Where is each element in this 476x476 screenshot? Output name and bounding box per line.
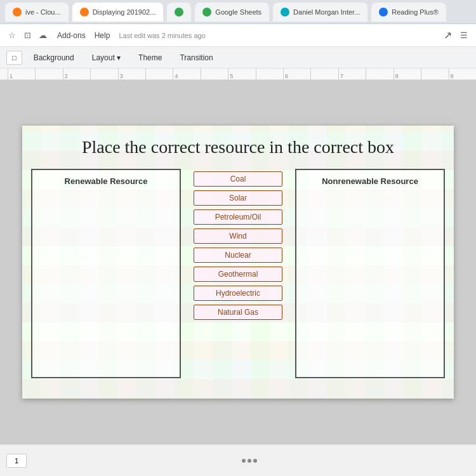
slides-toolbar: □ Background Layout ▾ Theme Transition [0, 47, 476, 69]
ruler-mark-5: 3 [118, 69, 145, 80]
slide-tab-dots [242, 459, 257, 463]
item-nuclear[interactable]: Nuclear [194, 248, 282, 263]
trending-icon: ↗ [444, 29, 452, 41]
ruler-mark-12 [310, 69, 338, 80]
slide-tab-1[interactable]: 1 [6, 454, 27, 468]
tab-label-daniel: Daniel Morgan Inter... [293, 8, 360, 16]
tab-reading-plus[interactable]: Reading Plus® [371, 3, 446, 22]
item-geothermal[interactable]: Geothermal [194, 267, 282, 282]
slide-title[interactable]: Place the correct resource in the correc… [22, 126, 454, 157]
slide-number-indicator: □ [6, 51, 22, 65]
ruler-mark-14 [366, 69, 393, 80]
tab-displaying[interactable]: Displaying 201902... [72, 3, 164, 22]
tab-label-ive: ive - Clou... [25, 8, 61, 16]
ruler-mark-4 [90, 69, 117, 80]
app-toolbar: ☆ ⊡ ☁ Add-ons Help Last edit was 2 minut… [0, 24, 476, 47]
ruler-mark-11: 6 [283, 69, 310, 80]
slide-area: Place the correct resource in the correc… [0, 80, 476, 444]
transition-button[interactable]: Transition [173, 50, 219, 66]
theme-button[interactable]: Theme [132, 50, 168, 66]
ruler-mark-2 [35, 69, 62, 80]
layout-button[interactable]: Layout ▾ [86, 50, 127, 66]
tab-favicon-displaying [80, 8, 89, 17]
toolbar-icons: ☆ ⊡ ☁ [6, 30, 48, 41]
menu-bar: Add-ons Help Last edit was 2 minutes ago [57, 31, 206, 40]
menu-addons[interactable]: Add-ons [57, 31, 86, 40]
ruler-mark-7: 4 [173, 69, 200, 80]
ruler-mark-16 [421, 69, 448, 80]
tab-favicon-daniel [281, 8, 289, 17]
dot-3 [253, 459, 257, 463]
tab-favicon-ive [13, 8, 22, 17]
renewable-resource-box[interactable]: Renewable Resource [31, 169, 181, 378]
ruler-mark-15: 8 [393, 69, 421, 80]
ruler: 1 2 3 4 5 6 7 8 9 [0, 69, 476, 80]
dot-2 [248, 459, 251, 463]
item-wind[interactable]: Wind [194, 228, 282, 244]
slide-number-icon: □ [12, 54, 17, 62]
dot-1 [242, 459, 246, 463]
item-natural-gas[interactable]: Natural Gas [194, 305, 282, 320]
folder-icon[interactable]: ⊡ [22, 30, 33, 41]
tab-daniel-morgan[interactable]: Daniel Morgan Inter... [273, 3, 367, 22]
item-coal[interactable]: Coal [194, 171, 282, 187]
ruler-mark-9: 5 [228, 69, 255, 80]
item-hydroelectric[interactable]: Hydroelectric [194, 286, 282, 301]
tab-ive[interactable]: ive - Clou... [5, 3, 69, 22]
ruler-mark-13: 7 [338, 69, 366, 80]
item-solar[interactable]: Solar [194, 190, 282, 206]
ruler-mark-6 [145, 69, 173, 80]
toolbar-right: ↗ ☰ [444, 29, 470, 41]
comment-icon[interactable]: ☰ [458, 30, 470, 41]
ruler-mark-3: 2 [63, 69, 90, 80]
tab-favicon-sheets [202, 8, 211, 17]
ruler-mark-1: 1 [8, 69, 35, 80]
item-petroleum[interactable]: Petroleum/Oil [194, 209, 282, 225]
slide-tab-number: 1 [15, 457, 18, 465]
nonrenewable-box-title: Nonrenewable Resource [322, 176, 418, 186]
slide: Place the correct resource in the correc… [22, 126, 454, 399]
tab-favicon-blank [175, 8, 183, 17]
star-icon[interactable]: ☆ [6, 30, 18, 41]
tab-blank[interactable] [167, 3, 191, 22]
nonrenewable-resource-box[interactable]: Nonrenewable Resource [295, 169, 445, 378]
ruler-mark-10 [256, 69, 283, 80]
tab-label-reading: Reading Plus® [392, 8, 439, 16]
background-button[interactable]: Background [27, 50, 81, 66]
ruler-mark-17: 9 [449, 69, 476, 80]
ruler-marks: 1 2 3 4 5 6 7 8 9 [0, 69, 476, 80]
bottom-area: 1 [0, 444, 476, 476]
last-edit-text: Last edit was 2 minutes ago [119, 32, 205, 39]
browser-tab-bar: ive - Clou... Displaying 201902... Googl… [0, 0, 476, 24]
slide-content: Renewable Resource Coal Solar Petroleum/… [31, 169, 445, 378]
tab-favicon-reading [379, 8, 388, 17]
tab-google-sheets[interactable]: Google Sheets [195, 3, 269, 22]
center-items: Coal Solar Petroleum/Oil Wind Nuclear Ge… [187, 169, 289, 378]
tab-label-sheets: Google Sheets [215, 8, 261, 16]
menu-help[interactable]: Help [95, 31, 110, 40]
cloud-icon[interactable]: ☁ [37, 30, 48, 41]
ruler-mark-8 [201, 69, 228, 80]
tab-label-displaying: Displaying 201902... [93, 8, 156, 16]
renewable-box-title: Renewable Resource [65, 176, 148, 186]
